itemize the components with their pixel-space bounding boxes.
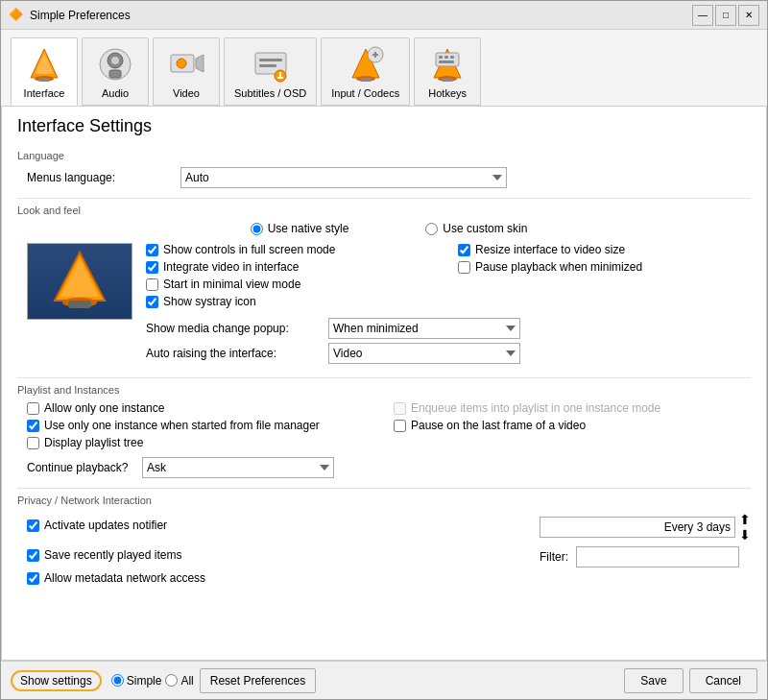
tab-audio[interactable]: Audio	[82, 37, 149, 106]
reset-preferences-button[interactable]: Reset Preferences	[200, 668, 316, 693]
checkbox-playlist-tree: Display playlist tree	[27, 436, 384, 449]
resize-interface-label: Resize interface to video size	[475, 243, 625, 256]
show-media-select[interactable]: When minimized Always Never	[328, 318, 520, 339]
close-button[interactable]: ✕	[738, 5, 759, 26]
save-recently-label: Save recently played items	[44, 548, 181, 562]
page-title: Interface Settings	[17, 116, 751, 140]
tab-video-label: Video	[173, 87, 200, 99]
filter-input[interactable]	[576, 546, 739, 567]
svg-rect-19	[360, 78, 372, 82]
tab-input[interactable]: Input / Codecs	[321, 37, 410, 106]
svg-rect-29	[450, 56, 454, 59]
file-manager-checkbox[interactable]	[27, 420, 39, 432]
enqueue-checkbox[interactable]	[394, 402, 406, 415]
pause-minimized-label: Pause playback when minimized	[475, 260, 642, 274]
activate-updates-checkbox[interactable]	[27, 519, 39, 532]
tab-hotkeys[interactable]: Hotkeys	[414, 37, 481, 106]
save-recently-checkbox[interactable]	[27, 549, 39, 562]
updates-input[interactable]	[540, 517, 735, 538]
save-button[interactable]: Save	[624, 668, 683, 693]
pause-minimized-checkbox[interactable]	[458, 261, 470, 274]
playlist-two-col: Allow only one instance Use only one ins…	[17, 401, 751, 453]
custom-skin-label: Use custom skin	[443, 222, 527, 235]
playlist-col-right: Enqueue items into playlist in one insta…	[394, 401, 751, 453]
svg-marker-9	[196, 55, 204, 72]
maximize-button[interactable]: □	[715, 5, 736, 26]
checkbox-enqueue: Enqueue items into playlist in one insta…	[394, 401, 751, 415]
checkbox-integrate-video: Integrate video in interface	[146, 260, 439, 274]
tab-interface[interactable]: Interface	[11, 37, 78, 106]
minimize-button[interactable]: —	[692, 5, 713, 26]
vlc-preview	[27, 243, 132, 320]
continue-select[interactable]: Ask Always Never	[142, 457, 334, 478]
checkbox-allow-metadata: Allow metadata network access	[27, 571, 205, 585]
checkbox-resize-interface: Resize interface to video size	[458, 243, 751, 256]
svg-point-6	[111, 57, 119, 64]
save-recently-row: Save recently played items Filter:	[17, 546, 751, 567]
native-style-option[interactable]: Use native style	[251, 222, 349, 235]
updates-row: Activate updates notifier ⬆⬇	[17, 512, 751, 543]
minimal-view-checkbox[interactable]	[146, 278, 158, 291]
custom-skin-radio[interactable]	[425, 223, 438, 235]
playlist-tree-checkbox[interactable]	[27, 437, 39, 449]
filter-label: Filter:	[540, 550, 568, 564]
video-icon	[166, 44, 206, 84]
systray-label: Show systray icon	[163, 295, 256, 308]
app-icon: 🔶	[9, 8, 24, 23]
svg-rect-28	[444, 56, 448, 59]
updates-spinner[interactable]: ⬆⬇	[739, 512, 751, 543]
two-col-checkboxes: Show controls in full screen mode Integr…	[146, 243, 751, 312]
style-radio-group: Use native style Use custom skin	[17, 222, 751, 235]
window-controls: — □ ✕	[692, 5, 759, 26]
playlist-section: Playlist and Instances Allow only one in…	[17, 384, 751, 478]
svg-rect-13	[259, 64, 276, 67]
svg-point-10	[177, 59, 186, 68]
language-section: Language Menus language: Auto English Fr…	[17, 150, 751, 188]
updates-value-area: ⬆⬇	[540, 512, 751, 543]
all-option[interactable]: All	[165, 674, 193, 688]
menus-language-label: Menus language:	[27, 171, 180, 184]
tab-video[interactable]: Video	[153, 37, 220, 106]
tab-subtitles[interactable]: Subtitles / OSD	[224, 37, 317, 106]
nav-tabs: Interface Audio Video	[1, 30, 767, 107]
integrate-video-label: Integrate video in interface	[163, 260, 299, 274]
playlist-tree-label: Display playlist tree	[44, 436, 143, 449]
interface-icon	[24, 44, 64, 84]
full-screen-checkbox[interactable]	[146, 244, 158, 256]
enqueue-label: Enqueue items into playlist in one insta…	[411, 401, 660, 415]
svg-rect-3	[38, 78, 50, 82]
menus-language-row: Menus language: Auto English French Germ…	[17, 167, 751, 188]
svg-rect-12	[259, 59, 282, 61]
minimal-view-label: Start in minimal view mode	[163, 278, 300, 291]
menus-language-select[interactable]: Auto English French German Spanish	[180, 167, 507, 188]
title-bar: 🔶 Simple Preferences — □ ✕	[1, 1, 767, 30]
full-screen-label: Show controls in full screen mode	[163, 243, 335, 256]
checkbox-save-recently: Save recently played items	[27, 548, 540, 562]
content-scroll[interactable]: Interface Settings Language Menus langua…	[2, 107, 766, 660]
look-feel-header: Look and feel	[17, 205, 751, 216]
systray-checkbox[interactable]	[146, 296, 158, 308]
input-icon	[346, 44, 386, 84]
file-manager-label: Use only one instance when started from …	[44, 419, 320, 432]
simple-option[interactable]: Simple	[111, 674, 162, 688]
tab-interface-label: Interface	[24, 87, 65, 99]
show-media-row: Show media change popup: When minimized …	[146, 318, 751, 339]
auto-raising-select[interactable]: Video Always Never	[328, 343, 520, 364]
checkbox-pause-minimized: Pause playback when minimized	[458, 260, 751, 274]
privacy-left-1: Activate updates notifier	[27, 519, 540, 536]
pause-last-checkbox[interactable]	[394, 420, 406, 432]
checkbox-full-screen: Show controls in full screen mode	[146, 243, 439, 256]
all-radio[interactable]	[165, 674, 178, 687]
allow-metadata-checkbox[interactable]	[27, 572, 39, 585]
privacy-section: Privacy / Network Interaction Activate u…	[17, 495, 751, 589]
resize-interface-checkbox[interactable]	[458, 244, 470, 256]
main-window: 🔶 Simple Preferences — □ ✕ Interface	[0, 0, 768, 700]
one-instance-checkbox[interactable]	[27, 402, 39, 415]
integrate-video-checkbox[interactable]	[146, 261, 158, 274]
subtitles-icon	[251, 44, 291, 84]
cancel-button[interactable]: Cancel	[689, 668, 757, 693]
native-style-radio[interactable]	[251, 223, 263, 235]
simple-radio[interactable]	[111, 674, 124, 687]
show-settings-button[interactable]: Show settings	[11, 670, 102, 691]
custom-skin-option[interactable]: Use custom skin	[425, 222, 527, 235]
